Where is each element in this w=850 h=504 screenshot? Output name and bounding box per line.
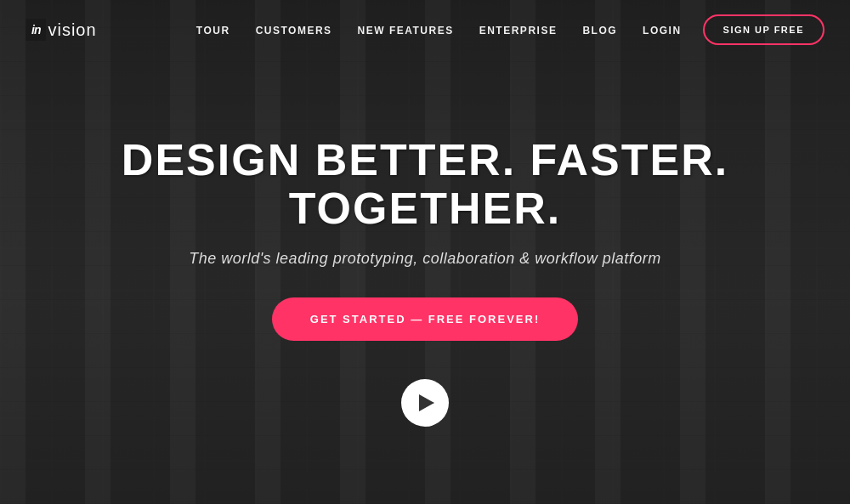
nav-link-customers[interactable]: CUSTOMERS [256,25,332,37]
nav-item-enterprise[interactable]: ENTERPRISE [479,22,558,37]
play-button[interactable] [401,379,449,427]
hero-section: in vision TOUR CUSTOMERS NEW FEATURES EN… [0,0,850,504]
nav-links: TOUR CUSTOMERS NEW FEATURES ENTERPRISE B… [196,22,682,37]
logo-box: in [26,19,46,41]
nav-link-enterprise[interactable]: ENTERPRISE [479,25,558,37]
nav-link-blog[interactable]: BLOG [582,25,617,37]
hero-content: DESIGN BETTER. FASTER. TOGETHER. The wor… [0,136,850,427]
nav-link-new-features[interactable]: NEW FEATURES [358,25,454,37]
nav-item-new-features[interactable]: NEW FEATURES [358,22,454,37]
nav-item-tour[interactable]: TOUR [196,22,230,37]
logo-in: in [31,23,40,37]
play-icon [419,394,434,411]
nav-item-login[interactable]: LOGIN [643,22,682,37]
logo-vision: vision [48,20,96,40]
main-nav: in vision TOUR CUSTOMERS NEW FEATURES EN… [0,0,850,59]
hero-subheadline: The world's leading prototyping, collabo… [189,250,661,268]
signup-button[interactable]: SIGN UP FREE [703,14,824,45]
nav-item-blog[interactable]: BLOG [582,22,617,37]
nav-link-login[interactable]: LOGIN [643,25,682,37]
nav-item-customers[interactable]: CUSTOMERS [256,22,332,37]
hero-headline: DESIGN BETTER. FASTER. TOGETHER. [0,136,850,233]
cta-button[interactable]: GET STARTED — FREE FOREVER! [272,297,578,341]
nav-link-tour[interactable]: TOUR [196,25,230,37]
logo[interactable]: in vision [26,19,97,41]
